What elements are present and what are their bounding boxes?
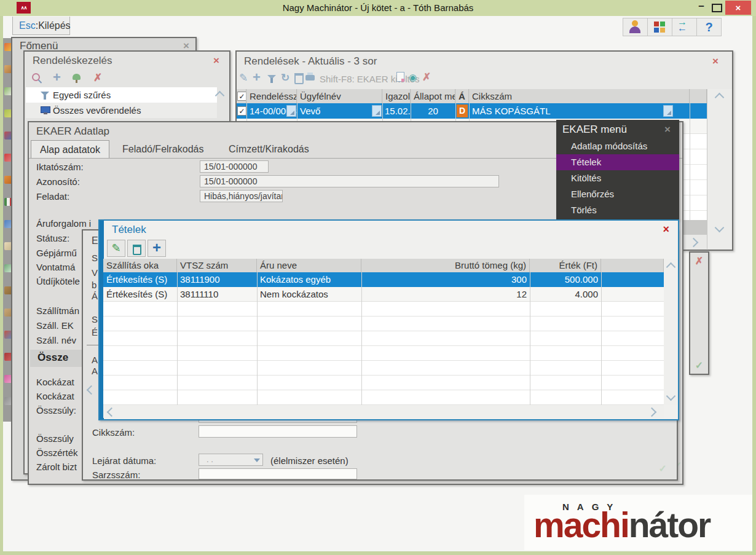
ekaer-menu-close-icon[interactable]: × (664, 124, 671, 136)
table-row[interactable]: Értékesítés (S) 38111110 Nem kockázatos … (103, 287, 664, 302)
ok-icon[interactable]: ✓ (690, 360, 708, 371)
search-icon[interactable] (32, 73, 40, 81)
scroll-down-icon[interactable] (666, 392, 676, 401)
list-item-label: Összes vevőrendelés (53, 103, 141, 118)
lookup-icon[interactable] (286, 105, 296, 117)
scroll-left-icon[interactable] (107, 407, 117, 417)
column-header[interactable]: Érték (Ft) (530, 259, 601, 272)
column-header[interactable]: Á (455, 89, 469, 103)
menu-item-ellenorzes[interactable]: Ellenőrzés (556, 186, 679, 202)
ok-icon[interactable]: ✓ (659, 463, 667, 474)
sarzsszam-field[interactable] (199, 468, 357, 479)
esc-key-label: Esc (19, 20, 36, 31)
add-icon[interactable]: + (253, 71, 261, 84)
tree-view-icon[interactable] (73, 74, 81, 80)
rendeleskezeles-close-icon[interactable]: × (213, 55, 219, 67)
horizontal-scrollbar[interactable] (103, 405, 664, 418)
lookup-icon[interactable] (372, 105, 382, 117)
tetelek-window: Tételek × ✎ + Szállítás oka VTSZ szám Ár… (98, 219, 679, 420)
column-header[interactable]: Bruttó tömeg (kg) (361, 259, 530, 272)
brand-logo-main-text: machinátor (534, 505, 710, 545)
status-badge: D (457, 104, 468, 117)
trash-icon[interactable] (294, 73, 304, 84)
delete-button[interactable] (127, 240, 146, 257)
add-icon[interactable]: + (53, 71, 61, 84)
minimize-button[interactable]: – (693, 0, 709, 15)
column-header-check[interactable]: ✓ (237, 89, 246, 103)
menu-item-torles[interactable]: Törlés (556, 202, 679, 218)
form-label: Kockázat (36, 377, 74, 387)
scroll-up-icon[interactable] (666, 262, 676, 272)
column-header[interactable]: VTSZ szám (177, 259, 257, 272)
column-header[interactable]: Cikkszám (469, 89, 690, 103)
tab-alap-adatatok[interactable]: Alap adatatok (31, 140, 109, 159)
menu-item-kitoltes[interactable]: Kitöltés (556, 170, 679, 186)
scroll-down-icon[interactable] (715, 223, 725, 233)
delete-icon[interactable]: ✗ (93, 71, 102, 84)
menu-item-tetelek[interactable]: Tételek (556, 154, 679, 170)
column-header[interactable]: Rendelésszám (246, 89, 297, 103)
row-checkbox[interactable]: ✓ (237, 106, 246, 116)
tetelek-close-icon[interactable]: × (663, 223, 669, 236)
cikkszam-field[interactable] (199, 425, 357, 438)
list-item-osszes-vevorendeles[interactable]: Összes vevőrendelés (26, 103, 217, 118)
modules-grid-icon (654, 22, 659, 26)
edit-icon[interactable]: ✎ (239, 71, 248, 84)
help-button[interactable]: ? (697, 18, 722, 36)
tab-felado-felrakodas[interactable]: Feladó/Felrakodás (122, 144, 204, 155)
column-header[interactable]: Állapot me... (411, 89, 455, 103)
list-item-label: Egyedi szűrés (53, 87, 111, 103)
scroll-right-icon[interactable] (647, 407, 657, 417)
close-button[interactable]: × (725, 1, 751, 15)
refresh-icon[interactable]: ↻ (281, 71, 289, 84)
ekaer-menu-popup: EKAER menü × Adatlap módosítás Tételek K… (556, 120, 679, 220)
table-row-selected[interactable]: Értékesítés (S) 38111900 Kokázatos egyéb… (103, 272, 664, 287)
column-header[interactable]: Ügyfélnév (297, 89, 382, 103)
report-icon[interactable] (396, 72, 404, 82)
scroll-left-icon[interactable] (87, 385, 96, 395)
column-header[interactable]: Áru neve (257, 259, 361, 272)
menu-item-adatlap-modositas[interactable]: Adatlap módosítás (556, 138, 679, 154)
table-row-selected[interactable]: ✓ 14-00/00018 Vevő 15.02.21 20 D MÁS KOP… (237, 103, 707, 119)
filter-icon (41, 92, 49, 96)
column-header[interactable]: Szállítás oka (103, 259, 177, 272)
rendelesek-title: Rendelések - Aktuális - 3 sor (244, 55, 377, 68)
column-header-empty (690, 89, 707, 103)
cancel-icon[interactable]: ✗ (690, 255, 708, 267)
cell-vtsz-szam: 38111900 (177, 272, 257, 287)
form-label: Szállítmán (36, 305, 79, 316)
user-button[interactable] (623, 18, 648, 36)
scroll-up-icon[interactable] (715, 93, 725, 103)
azonosito-field[interactable]: 15/01-000000 (200, 175, 499, 187)
edit-button[interactable]: ✎ (107, 240, 125, 257)
delete-icon[interactable]: ✗ (422, 71, 431, 84)
filter-icon[interactable] (267, 75, 276, 79)
vertical-scrollbar[interactable] (664, 259, 678, 405)
lejarat-datuma-value: . . (207, 455, 213, 464)
iktatoszam-field[interactable]: 15/01-000000 (200, 160, 269, 173)
maximize-button[interactable] (712, 4, 722, 12)
vertical-scrollbar[interactable] (707, 89, 732, 249)
feladat-field[interactable]: Hibás,hiányos/javítandó (200, 190, 283, 202)
scroll-right-icon[interactable] (689, 238, 699, 248)
esc-exit-tab[interactable]: Esc:Kilépés (12, 17, 70, 35)
print-icon[interactable] (305, 75, 315, 81)
shortcut-hint: Shift-F8: EKAER kitöltés (320, 74, 420, 84)
form-label: V (92, 267, 98, 278)
form-label: S (92, 314, 98, 325)
monitor-icon (41, 106, 50, 113)
column-header[interactable]: Igazolt ... (382, 89, 411, 103)
cell-brutto-tomeg: 300 (361, 272, 530, 287)
add-button[interactable]: + (148, 240, 166, 257)
lookup-icon[interactable] (663, 105, 673, 117)
rendelesek-close-icon[interactable]: × (712, 55, 719, 68)
switch-button[interactable]: → ← (672, 18, 697, 36)
tab-cimzett-kirakodas[interactable]: Címzett/Kirakodás (229, 144, 309, 155)
cell-ertek: 500.000 (530, 272, 601, 287)
form-label: A (92, 355, 98, 365)
view-icon[interactable]: ◉ (409, 72, 417, 83)
modules-button[interactable] (648, 18, 672, 36)
lejarat-datuma-dropdown[interactable]: . . (199, 454, 263, 466)
list-item-egyedi-szures[interactable]: Egyedi szűrés (26, 87, 217, 103)
side-action-panel: ✗ ✓ (689, 251, 709, 375)
